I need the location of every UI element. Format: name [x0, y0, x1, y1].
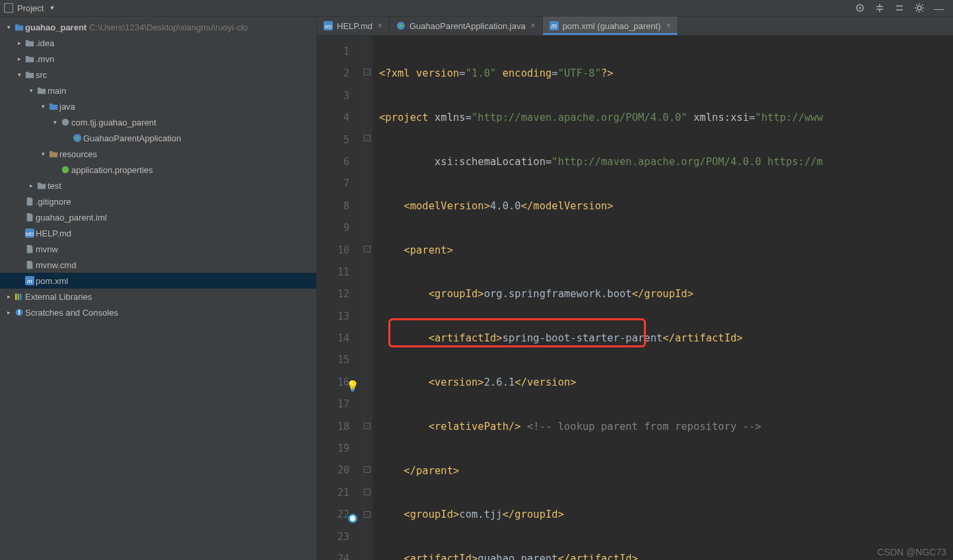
tree-scratch[interactable]: ▸ Scratches and Consoles — [0, 304, 316, 320]
fold-icon[interactable]: − — [364, 135, 371, 141]
svg-rect-14 — [18, 310, 20, 313]
toolbar: Project ▼ — — [0, 0, 953, 17]
tree-resources[interactable]: ▾ resources — [0, 146, 316, 162]
tree-pom[interactable]: m pom.xml — [0, 273, 316, 289]
dependency-icon[interactable] — [347, 510, 358, 520]
svg-text:m: m — [551, 22, 556, 30]
tab-label: pom.xml (guahao_parent) — [563, 21, 661, 31]
java-icon — [396, 21, 406, 30]
tree-src[interactable]: ▾ src — [0, 67, 316, 83]
tree-package[interactable]: ▾ com.tjj.guahao_parent — [0, 114, 316, 130]
tree-app-class[interactable]: GuahaoParentApplication — [0, 130, 316, 146]
fold-gutter: − − − − − − − — [363, 36, 372, 560]
tab-help[interactable]: MD HELP.md × — [317, 17, 390, 35]
code-editor[interactable]: 1234 5678 9101112 13141516 17181920 2122… — [317, 36, 953, 560]
project-tree[interactable]: ▾ guahao_parent C:\Users\1234\Desktop\xi… — [0, 17, 317, 560]
project-icon — [4, 3, 13, 13]
md-icon: MD — [324, 21, 333, 30]
line-gutter: 1234 5678 9101112 13141516 17181920 2122… — [317, 36, 363, 560]
svg-point-1 — [859, 7, 861, 9]
collapse-icon[interactable] — [894, 3, 905, 13]
fold-icon[interactable]: − — [364, 69, 371, 75]
tree-root[interactable]: ▾ guahao_parent C:\Users\1234\Desktop\xi… — [0, 19, 316, 35]
settings-icon[interactable] — [914, 3, 925, 13]
expand-icon[interactable] — [874, 3, 885, 13]
tree-mvnw[interactable]: mvnw — [0, 241, 316, 257]
svg-rect-15 — [18, 314, 20, 315]
maven-icon: m — [549, 21, 559, 30]
tab-java[interactable]: GuahaoParentApplication.java × — [390, 17, 543, 35]
tree-help[interactable]: MD HELP.md — [0, 225, 316, 241]
svg-rect-11 — [17, 294, 19, 300]
tab-label: HELP.md — [337, 21, 372, 31]
project-label: Project — [17, 3, 44, 13]
tab-pom[interactable]: m pom.xml (guahao_parent) × — [543, 17, 678, 35]
svg-rect-12 — [20, 294, 22, 300]
fold-icon[interactable]: − — [364, 489, 371, 495]
bulb-icon[interactable]: 💡 — [346, 375, 359, 397]
tree-extlib[interactable]: ▸ External Libraries — [0, 289, 316, 304]
tab-label: GuahaoParentApplication.java — [409, 21, 526, 31]
tree-java[interactable]: ▾ java — [0, 98, 316, 114]
tree-test[interactable]: ▸ test — [0, 178, 316, 193]
svg-point-2 — [917, 6, 921, 10]
fold-icon[interactable]: − — [364, 246, 371, 252]
tree-main[interactable]: ▾ main — [0, 83, 316, 98]
fold-icon[interactable]: − — [364, 466, 371, 473]
editor-tabs: MD HELP.md × GuahaoParentApplication.jav… — [317, 17, 953, 36]
code-area[interactable]: <?xml version="1.0" encoding="UTF-8"?> <… — [372, 36, 953, 560]
tree-mvnwcmd[interactable]: mvnw.cmd — [0, 257, 316, 273]
editor: MD HELP.md × GuahaoParentApplication.jav… — [317, 17, 953, 560]
fold-icon[interactable]: − — [364, 423, 371, 429]
dropdown-icon: ▼ — [49, 5, 55, 11]
tab-close-icon[interactable]: × — [531, 21, 536, 30]
watermark: CSDN @NGC73 — [878, 547, 946, 557]
tree-idea[interactable]: ▸ .idea — [0, 35, 316, 51]
tree-iml[interactable]: guahao_parent.iml — [0, 209, 316, 225]
svg-rect-10 — [15, 294, 17, 300]
svg-text:MD: MD — [325, 24, 332, 29]
hide-icon[interactable]: — — [934, 3, 944, 14]
tree-mvn[interactable]: ▸ .mvn — [0, 51, 316, 67]
fold-icon[interactable]: − — [364, 511, 371, 518]
svg-text:MD: MD — [26, 231, 34, 237]
tree-gitignore[interactable]: .gitignore — [0, 193, 316, 209]
svg-text:m: m — [27, 278, 32, 285]
tab-close-icon[interactable]: × — [666, 21, 670, 30]
locate-icon[interactable] — [855, 3, 865, 13]
project-selector[interactable]: Project ▼ — [4, 3, 55, 13]
tab-close-icon[interactable]: × — [378, 21, 382, 30]
svg-point-3 — [62, 119, 69, 126]
svg-point-5 — [62, 166, 69, 174]
tree-app-props[interactable]: application.properties — [0, 162, 316, 178]
